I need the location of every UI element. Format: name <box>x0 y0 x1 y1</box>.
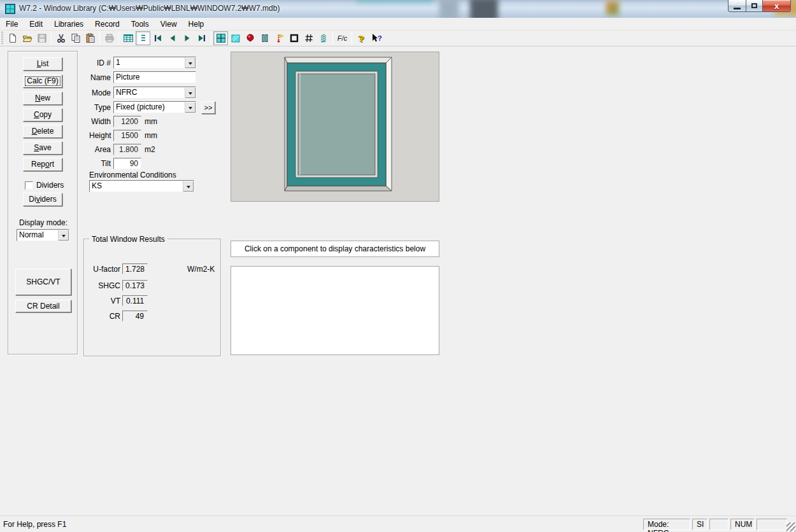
environmental-conditions-library-button[interactable] <box>272 31 287 45</box>
dropdown-button[interactable] <box>185 57 195 68</box>
height-input: 1500 <box>113 130 141 141</box>
list-button[interactable]: List <box>23 57 62 71</box>
cr-detail-button[interactable]: CR Detail <box>15 300 71 312</box>
shading-library-button[interactable] <box>316 31 330 45</box>
first-record-button[interactable] <box>150 31 165 45</box>
aero-background-blob <box>439 0 458 18</box>
last-record-button[interactable] <box>194 31 209 45</box>
menu-bar: File Edit Libraries Record Tools View He… <box>0 18 796 30</box>
glass-library-button[interactable] <box>257 31 272 45</box>
calc-button[interactable]: Calc (F9) <box>23 74 62 88</box>
shgc-row: SHGC 0.173 <box>85 280 148 291</box>
frame-library-button[interactable] <box>287 31 301 45</box>
menu-libraries[interactable]: Libraries <box>48 18 89 30</box>
type-expand-button[interactable]: >> <box>201 101 215 114</box>
id-select[interactable]: 1 <box>113 57 196 69</box>
minimize-button[interactable] <box>728 0 746 12</box>
component-detail-box[interactable] <box>231 266 439 355</box>
dropdown-button[interactable] <box>185 87 195 98</box>
new-button[interactable]: New <box>23 92 62 105</box>
open-file-button[interactable] <box>20 31 34 45</box>
save-record-button[interactable]: Save <box>23 141 62 155</box>
glass-layers-icon <box>260 33 270 43</box>
chevron-down-icon <box>188 107 192 111</box>
new-document-icon <box>8 33 18 43</box>
type-row: Type Fixed (picture) >> <box>89 101 196 113</box>
menu-tools[interactable]: Tools <box>125 18 155 30</box>
window-library-button[interactable] <box>213 31 228 45</box>
frame-library-icon <box>289 33 299 43</box>
help-button[interactable]: ? <box>354 31 369 45</box>
action-panel: List Calc (F9) New Copy Delete Save Repo… <box>8 51 78 354</box>
width-label: Width <box>89 117 111 126</box>
chevron-down-icon <box>62 235 66 239</box>
status-empty-pane <box>709 519 728 530</box>
record-view-button[interactable] <box>136 31 150 45</box>
save-button[interactable] <box>34 31 49 45</box>
menu-help[interactable]: Help <box>183 18 210 30</box>
dropdown-button[interactable] <box>183 181 194 192</box>
type-select[interactable]: Fixed (picture) <box>113 101 196 113</box>
menu-file[interactable]: File <box>0 18 24 30</box>
toolbar-grip[interactable] <box>1 32 3 45</box>
shgc-vt-detail-button[interactable]: SHGC/VT Detail <box>15 269 71 295</box>
open-folder-icon <box>22 33 32 43</box>
mode-select[interactable]: NFRC <box>113 87 196 99</box>
new-document-button[interactable] <box>5 31 20 45</box>
cut-button[interactable] <box>53 31 68 45</box>
gas-library-button[interactable] <box>243 31 257 45</box>
vt-row: VT 0.111 <box>85 295 148 306</box>
copy-record-button[interactable]: Copy <box>23 108 62 122</box>
dropdown-button[interactable] <box>58 230 69 241</box>
tilt-input[interactable]: 90 <box>113 158 141 169</box>
dropdown-button[interactable] <box>185 102 195 113</box>
maximize-button[interactable] <box>746 0 763 12</box>
shgc-label: SHGC <box>85 281 120 290</box>
menu-edit[interactable]: Edit <box>24 18 48 30</box>
print-button[interactable] <box>102 31 117 45</box>
last-record-icon <box>197 33 207 43</box>
copy-button[interactable] <box>68 31 83 45</box>
dividers-checkbox[interactable] <box>25 181 33 190</box>
glazing-system-icon <box>231 33 241 43</box>
glazing-system-library-button[interactable] <box>228 31 243 45</box>
next-record-button[interactable] <box>180 31 194 45</box>
list-view-button[interactable] <box>121 31 136 45</box>
toolbar-separator <box>118 32 119 45</box>
delete-button[interactable]: Delete <box>23 125 62 138</box>
close-button[interactable]: x <box>762 0 791 12</box>
previous-record-button[interactable] <box>165 31 180 45</box>
unit-toggle-button[interactable]: F/c <box>335 31 350 45</box>
environmental-conditions-label: Environmental Conditions <box>89 171 176 179</box>
unit-toggle-icon: F/c <box>338 34 347 42</box>
environmental-conditions-select[interactable]: KS <box>89 180 194 192</box>
status-mode-pane: Mode: NFRC <box>643 519 690 530</box>
height-unit: mm <box>145 131 157 140</box>
dividers-button[interactable]: Dividers <box>23 193 62 206</box>
ufactor-unit: W/m2-K <box>187 265 215 274</box>
dividers-checkbox-label: Dividers <box>36 181 64 190</box>
resize-grip[interactable] <box>786 522 795 531</box>
previous-record-icon <box>167 33 178 43</box>
menu-view[interactable]: View <box>155 18 183 30</box>
mode-value: NFRC <box>114 87 185 98</box>
window-preview-panel[interactable] <box>231 52 439 202</box>
menu-record[interactable]: Record <box>89 18 125 30</box>
status-help-text: For Help, press F1 <box>3 520 66 529</box>
report-button[interactable]: Report <box>23 158 62 171</box>
width-input: 1200 <box>113 116 141 127</box>
environmental-conditions-value: KS <box>90 181 183 192</box>
paste-button[interactable] <box>83 31 97 45</box>
vt-label: VT <box>85 297 120 305</box>
mode-label: Mode <box>89 88 111 97</box>
width-unit: mm <box>145 117 157 126</box>
save-icon <box>37 33 47 43</box>
divider-library-button[interactable] <box>301 31 316 45</box>
context-help-button[interactable]: ? <box>369 31 383 45</box>
status-empty-pane-2 <box>757 519 787 530</box>
toolbar-separator <box>211 32 211 45</box>
caption-button-group: x <box>728 0 791 12</box>
display-mode-select[interactable]: Normal <box>17 229 69 241</box>
name-input[interactable]: Picture <box>113 71 196 83</box>
record-view-icon <box>138 33 148 43</box>
